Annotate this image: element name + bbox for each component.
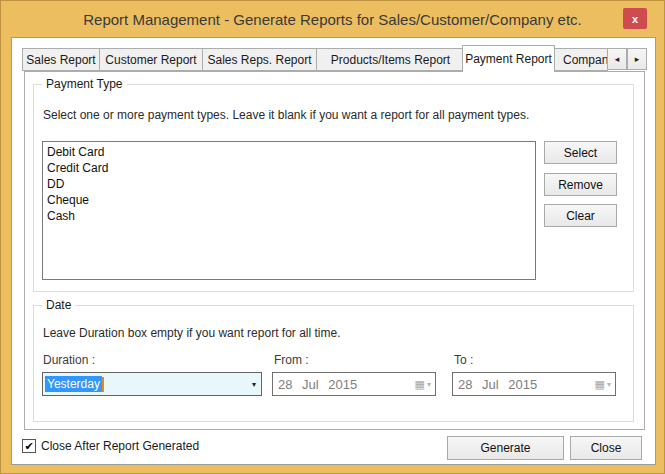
tab-scroll-right-icon[interactable]: ▸ bbox=[627, 48, 647, 70]
report-management-dialog: Report Management - Generate Reports for… bbox=[0, 0, 665, 474]
text-caret bbox=[102, 377, 104, 392]
tab-sales-reps-report[interactable]: Sales Reps. Report bbox=[202, 48, 317, 71]
calendar-icon[interactable]: ▦ bbox=[415, 378, 425, 391]
from-date-picker[interactable]: 28 Jul 2015 ▦ ▾ bbox=[272, 372, 436, 396]
tab-payment-report[interactable]: Payment Report bbox=[462, 45, 555, 72]
payment-report-tab-page: Payment Type Select one or more payment … bbox=[24, 71, 645, 430]
from-label: From : bbox=[274, 353, 309, 367]
chevron-down-icon[interactable]: ▾ bbox=[607, 380, 611, 389]
clear-button[interactable]: Clear bbox=[544, 204, 617, 227]
close-button[interactable]: Close bbox=[570, 436, 642, 460]
calendar-icon[interactable]: ▦ bbox=[595, 378, 605, 391]
tab-sales-report[interactable]: Sales Report bbox=[22, 48, 100, 71]
checkbox-label: Close After Report Generated bbox=[41, 439, 199, 453]
close-icon[interactable]: x bbox=[623, 8, 647, 29]
list-item[interactable]: DD bbox=[47, 176, 531, 192]
payment-type-instruction: Select one or more payment types. Leave … bbox=[43, 108, 529, 122]
tab-customer-report[interactable]: Customer Report bbox=[99, 48, 203, 71]
tab-company[interactable]: Company bbox=[554, 48, 608, 71]
chevron-down-icon[interactable]: ▾ bbox=[252, 373, 256, 395]
list-item[interactable]: Debit Card bbox=[47, 144, 531, 160]
tab-scroll-left-icon[interactable]: ◂ bbox=[607, 48, 627, 70]
to-label: To : bbox=[454, 353, 473, 367]
title-bar: Report Management - Generate Reports for… bbox=[1, 1, 664, 37]
checkbox-checked[interactable]: ✔ bbox=[22, 439, 36, 453]
select-button[interactable]: Select bbox=[544, 141, 617, 164]
date-legend: Date bbox=[42, 298, 75, 312]
list-item[interactable]: Cash bbox=[47, 208, 531, 224]
to-date-picker[interactable]: 28 Jul 2015 ▦ ▾ bbox=[452, 372, 616, 396]
date-instruction: Leave Duration box empty if you want rep… bbox=[43, 326, 340, 340]
date-group: Date Leave Duration box empty if you wan… bbox=[33, 305, 634, 422]
payment-type-listbox[interactable]: Debit Card Credit Card DD Cheque Cash bbox=[42, 141, 536, 280]
list-item[interactable]: Cheque bbox=[47, 192, 531, 208]
dialog-body: Sales Report Customer Report Sales Reps.… bbox=[11, 37, 656, 465]
payment-type-legend: Payment Type bbox=[42, 77, 127, 91]
payment-type-group: Payment Type Select one or more payment … bbox=[33, 84, 634, 292]
duration-label: Duration : bbox=[43, 353, 95, 367]
duration-selected-value: Yesterday bbox=[45, 376, 102, 392]
chevron-down-icon[interactable]: ▾ bbox=[427, 380, 431, 389]
duration-combobox[interactable]: Yesterday ▾ bbox=[42, 372, 262, 396]
tab-products-items-report[interactable]: Products/Items Report bbox=[316, 48, 465, 71]
generate-button[interactable]: Generate bbox=[447, 436, 564, 460]
from-date-value: 28 Jul 2015 bbox=[273, 377, 357, 392]
remove-button[interactable]: Remove bbox=[544, 173, 617, 196]
to-date-value: 28 Jul 2015 bbox=[453, 377, 537, 392]
list-item[interactable]: Credit Card bbox=[47, 160, 531, 176]
window-title: Report Management - Generate Reports for… bbox=[83, 11, 582, 28]
close-after-report-option[interactable]: ✔ Close After Report Generated bbox=[22, 439, 199, 453]
